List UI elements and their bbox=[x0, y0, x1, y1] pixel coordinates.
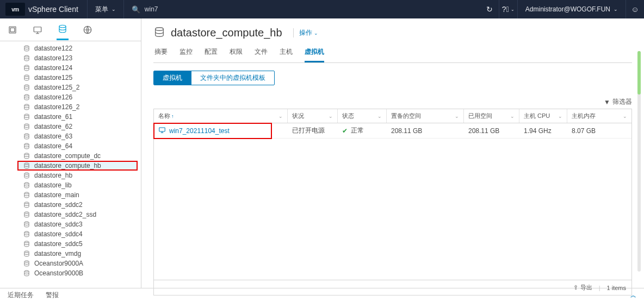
vmware-logo: vm bbox=[5, 3, 25, 16]
svg-point-15 bbox=[24, 143, 29, 145]
tree-item-Oceanstor9000B[interactable]: Oceanstor9000B bbox=[0, 268, 141, 278]
chevron-down-icon: ⌄ bbox=[558, 114, 562, 119]
datastore-icon bbox=[23, 93, 33, 101]
datastore-tree[interactable]: datastore122datastore123datastore124data… bbox=[0, 41, 141, 288]
svg-point-27 bbox=[24, 261, 29, 262]
datastore-icon bbox=[23, 103, 33, 111]
svg-point-17 bbox=[24, 163, 29, 165]
datastore-icon bbox=[23, 191, 33, 199]
actions-menu[interactable]: 操作 ⌄ bbox=[293, 28, 318, 37]
datastore-icon bbox=[23, 269, 33, 277]
chevron-down-icon: ⌄ bbox=[511, 7, 515, 12]
tree-item-datastore_62[interactable]: datastore_62 bbox=[0, 122, 141, 131]
tab-配置[interactable]: 配置 bbox=[205, 47, 218, 62]
tree-item-datastore_sddc2[interactable]: datastore_sddc2 bbox=[0, 200, 141, 210]
column-name[interactable]: 名称↑⌄ bbox=[154, 109, 288, 123]
svg-point-28 bbox=[24, 270, 29, 272]
chevron-down-icon: ⌄ bbox=[112, 7, 116, 12]
svg-point-10 bbox=[24, 95, 29, 96]
datastore-icon bbox=[23, 123, 33, 130]
tree-item-datastore_sddc5[interactable]: datastore_sddc5 bbox=[0, 239, 141, 249]
inventory-tab-vms[interactable] bbox=[32, 20, 44, 40]
tab-权限[interactable]: 权限 bbox=[230, 47, 243, 62]
tree-item-datastore_main[interactable]: datastore_main bbox=[0, 190, 141, 200]
tab-虚拟机[interactable]: 虚拟机 bbox=[305, 47, 324, 62]
tree-item-datastore_61[interactable]: datastore_61 bbox=[0, 112, 141, 122]
tab-文件[interactable]: 文件 bbox=[255, 47, 268, 62]
tree-item-datastore_compute_dc[interactable]: datastore_compute_dc bbox=[0, 151, 141, 161]
export-button[interactable]: ⇪导出 bbox=[573, 284, 592, 292]
chevron-down-icon: ⌄ bbox=[623, 114, 627, 119]
column-state[interactable]: 状态⌄ bbox=[338, 109, 387, 123]
tree-item-label: datastore_sddc5 bbox=[34, 240, 83, 248]
search-input[interactable]: 🔍 win7 bbox=[124, 0, 166, 18]
smiley-button[interactable]: ☺ bbox=[626, 0, 644, 18]
tree-item-datastore_hb[interactable]: datastore_hb bbox=[0, 171, 141, 180]
svg-point-8 bbox=[24, 75, 29, 77]
datastore-icon bbox=[23, 54, 33, 62]
sub-tabs: 虚拟机文件夹中的虚拟机模板 bbox=[153, 71, 275, 85]
user-menu[interactable]: Administrator@WOGOF.FUN⌄ bbox=[517, 0, 626, 18]
datastore-icon bbox=[23, 113, 33, 121]
tree-item-label: Oceanstor9000A bbox=[34, 260, 83, 267]
datastore-icon bbox=[23, 221, 33, 228]
refresh-button[interactable]: ↻ bbox=[480, 0, 499, 18]
svg-point-12 bbox=[24, 114, 29, 116]
tree-item-datastore123[interactable]: datastore123 bbox=[0, 53, 141, 63]
recent-tasks-tab[interactable]: 近期任务 bbox=[8, 291, 34, 300]
table-row[interactable]: win7_20211104_test已打开电源✔ 正常208.11 GB208.… bbox=[154, 123, 631, 139]
tree-item-datastore_compute_hb[interactable]: datastore_compute_hb bbox=[17, 161, 138, 171]
tab-监控[interactable]: 监控 bbox=[179, 47, 193, 62]
datastore-icon bbox=[23, 162, 33, 169]
svg-point-24 bbox=[24, 231, 29, 233]
tree-item-datastore125_2[interactable]: datastore125_2 bbox=[0, 83, 141, 92]
tree-item-label: datastore_main bbox=[34, 191, 79, 199]
tree-item-Oceanstor9000A[interactable]: Oceanstor9000A bbox=[0, 259, 141, 268]
svg-point-19 bbox=[24, 183, 29, 184]
column-mem[interactable]: 主机内存⌄ bbox=[567, 109, 631, 123]
tree-item-datastore_sddc4[interactable]: datastore_sddc4 bbox=[0, 229, 141, 239]
tree-item-datastore_sddc2_ssd[interactable]: datastore_sddc2_ssd bbox=[0, 210, 141, 219]
filter-button[interactable]: ▼筛选器 bbox=[141, 85, 644, 109]
tree-item-label: datastore_sddc2_ssd bbox=[34, 211, 96, 218]
inventory-tab-datastores[interactable] bbox=[57, 20, 69, 40]
tree-item-datastore_vmdg[interactable]: datastore_vmdg bbox=[0, 249, 141, 259]
tab-主机[interactable]: 主机 bbox=[280, 47, 293, 62]
column-status[interactable]: 状况⌄ bbox=[288, 109, 338, 123]
subtab-虚拟机[interactable]: 虚拟机 bbox=[154, 71, 191, 85]
svg-point-5 bbox=[24, 46, 29, 47]
tree-item-label: datastore125 bbox=[34, 74, 72, 81]
svg-point-11 bbox=[24, 104, 29, 106]
tree-item-datastore_64[interactable]: datastore_64 bbox=[0, 141, 141, 151]
vm-name-link[interactable]: win7_20211104_test bbox=[169, 127, 230, 135]
tree-item-label: datastore_61 bbox=[34, 113, 72, 121]
tree-item-datastore125[interactable]: datastore125 bbox=[0, 73, 141, 83]
column-used[interactable]: 已用空间⌄ bbox=[464, 109, 519, 123]
table-header: 名称↑⌄ 状况⌄ 状态⌄ 置备的空间⌄ 已用空间⌄ 主机 CPU⌄ 主机内存⌄ bbox=[154, 109, 631, 123]
column-provisioned[interactable]: 置备的空间⌄ bbox=[387, 109, 464, 123]
tree-item-label: datastore_62 bbox=[34, 123, 72, 130]
chevron-down-icon: ⌄ bbox=[278, 114, 283, 119]
datastore-icon bbox=[23, 240, 33, 248]
svg-point-26 bbox=[24, 251, 29, 253]
chevron-down-icon: ⌄ bbox=[455, 114, 459, 119]
tab-摘要[interactable]: 摘要 bbox=[154, 47, 168, 62]
subtab-文件夹中的虚拟机模板[interactable]: 文件夹中的虚拟机模板 bbox=[191, 71, 274, 85]
inventory-tab-networks[interactable] bbox=[82, 20, 94, 40]
tree-item-datastore_sddc3[interactable]: datastore_sddc3 bbox=[0, 219, 141, 229]
tree-item-datastore122[interactable]: datastore122 bbox=[0, 43, 141, 53]
cell-state: ✔ 正常 bbox=[338, 126, 387, 135]
tree-item-label: datastore_64 bbox=[34, 142, 72, 150]
column-cpu[interactable]: 主机 CPU⌄ bbox=[519, 109, 567, 123]
scrollbar[interactable] bbox=[637, 51, 641, 272]
menu-dropdown[interactable]: 菜单⌄ bbox=[87, 0, 124, 18]
tree-item-datastore126_2[interactable]: datastore126_2 bbox=[0, 102, 141, 112]
tree-item-datastore126[interactable]: datastore126 bbox=[0, 92, 141, 102]
tree-item-datastore_63[interactable]: datastore_63 bbox=[0, 131, 141, 141]
help-button[interactable]: ?⃝⌄ bbox=[499, 0, 517, 18]
tree-item-datastore_lib[interactable]: datastore_lib bbox=[0, 180, 141, 190]
inventory-tab-hosts[interactable] bbox=[7, 20, 18, 40]
tree-item-datastore124[interactable]: datastore124 bbox=[0, 63, 141, 73]
alarms-tab[interactable]: 警报 bbox=[46, 291, 59, 300]
filter-icon: ▼ bbox=[604, 98, 610, 106]
